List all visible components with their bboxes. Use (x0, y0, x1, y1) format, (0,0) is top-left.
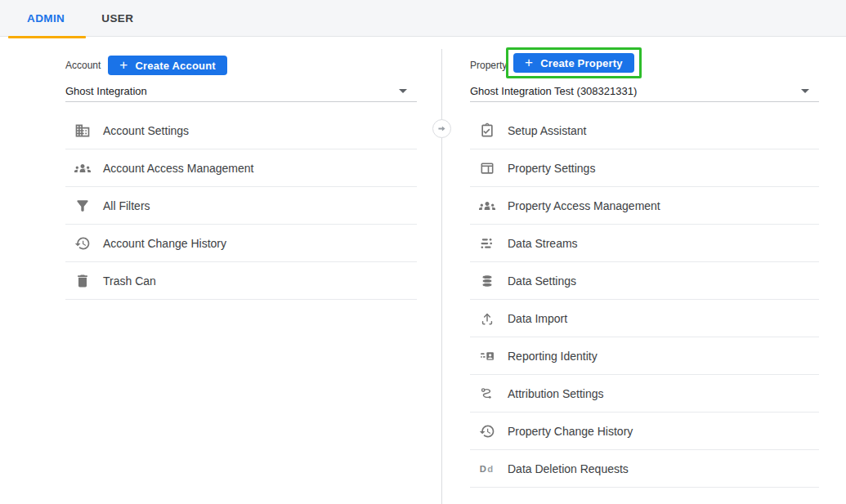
svg-text:D: D (480, 464, 486, 474)
clipboard-check-icon (479, 123, 495, 139)
property-menu-item-attribution-settings[interactable]: Attribution Settings (470, 375, 819, 413)
menu-item-label: Data Settings (508, 274, 576, 288)
filter-icon (74, 198, 91, 214)
account-panel: Account + Create Account Ghost Integrati… (65, 56, 417, 300)
property-menu-item-data-settings[interactable]: Data Settings (470, 262, 819, 300)
active-tab-underline (8, 36, 86, 38)
property-menu-list: Setup AssistantProperty SettingsProperty… (470, 112, 819, 488)
account-panel-header: Account + Create Account (65, 56, 417, 75)
menu-item-label: Account Settings (103, 124, 189, 137)
caret-down-icon (801, 89, 809, 93)
selected-account-value: Ghost Integration (65, 85, 147, 97)
menu-item-label: Data Deletion Requests (508, 462, 629, 475)
menu-item-label: Data Streams (508, 237, 578, 250)
plus-icon: + (119, 58, 128, 72)
selected-property-value: Ghost Integration Test (308321331) (470, 85, 637, 97)
menu-item-label: Account Change History (103, 237, 226, 250)
menu-item-label: Data Import (508, 312, 567, 325)
tab-user-label: USER (101, 12, 133, 25)
window-columns-icon (479, 160, 495, 176)
menu-item-label: Account Access Management (103, 162, 253, 175)
property-menu-item-data-streams[interactable]: Data Streams (470, 225, 819, 262)
account-menu-item-all-filters[interactable]: All Filters (65, 187, 417, 225)
account-selector-dropdown[interactable]: Ghost Integration (65, 80, 417, 102)
menu-item-label: Attribution Settings (508, 387, 604, 400)
menu-item-label: Reporting Identity (508, 350, 598, 363)
account-menu-item-account-settings[interactable]: Account Settings (65, 112, 417, 149)
menu-item-label: Trash Can (103, 274, 156, 288)
account-menu-item-account-access-management[interactable]: Account Access Management (65, 149, 417, 187)
property-menu-item-property-change-history[interactable]: Property Change History (470, 413, 819, 450)
property-menu-item-property-settings[interactable]: Property Settings (470, 149, 819, 187)
history-icon (74, 235, 91, 252)
groups-icon (479, 198, 495, 214)
create-account-button[interactable]: + Create Account (108, 56, 227, 75)
tab-admin[interactable]: ADMIN (27, 0, 65, 37)
column-divider (441, 49, 442, 504)
menu-item-label: Setup Assistant (508, 124, 587, 137)
plus-icon: + (525, 56, 533, 69)
property-menu-item-setup-assistant[interactable]: Setup Assistant (470, 112, 819, 149)
trash-icon (74, 273, 91, 289)
data-streams-icon (479, 235, 495, 252)
property-menu-item-data-deletion-requests[interactable]: DdData Deletion Requests (470, 450, 819, 488)
groups-icon (74, 160, 91, 176)
arrow-right-icon (436, 123, 447, 134)
upload-icon (479, 310, 495, 327)
svg-text:d: d (487, 464, 493, 474)
account-menu-list: Account SettingsAccount Access Managemen… (65, 112, 417, 300)
tab-admin-label: ADMIN (27, 12, 65, 25)
identity-card-icon (479, 348, 495, 364)
annotation-highlight-box: + Create Property (506, 47, 642, 78)
property-label: Property (470, 60, 507, 71)
history-icon (479, 423, 495, 439)
building-icon (74, 123, 91, 139)
property-menu-item-property-access-management[interactable]: Property Access Management (470, 187, 819, 225)
menu-item-label: Property Access Management (508, 199, 660, 212)
create-property-button[interactable]: + Create Property (513, 53, 634, 73)
account-menu-item-account-change-history[interactable]: Account Change History (65, 225, 417, 262)
create-account-button-label: Create Account (136, 60, 216, 72)
menu-item-label: Property Change History (508, 425, 633, 438)
property-menu-item-data-import[interactable]: Data Import (470, 300, 819, 337)
attribution-path-icon (479, 386, 495, 402)
account-menu-item-trash-can[interactable]: Trash Can (65, 262, 417, 300)
dd-letters-icon: Dd (479, 461, 495, 477)
menu-item-label: All Filters (103, 199, 150, 212)
property-selector-dropdown[interactable]: Ghost Integration Test (308321331) (470, 80, 819, 102)
property-menu-item-reporting-identity[interactable]: Reporting Identity (470, 337, 819, 375)
create-property-button-label: Create Property (540, 57, 623, 69)
admin-tab-bar: ADMIN USER (0, 0, 846, 37)
property-panel: Property + Create Property Ghost Integra… (470, 56, 819, 488)
menu-item-label: Property Settings (508, 162, 595, 175)
expand-property-column-button[interactable] (432, 119, 451, 138)
caret-down-icon (399, 89, 407, 93)
database-icon (479, 273, 495, 289)
tab-user[interactable]: USER (101, 0, 133, 37)
account-label: Account (65, 60, 101, 71)
property-panel-header: Property + Create Property (470, 56, 819, 75)
